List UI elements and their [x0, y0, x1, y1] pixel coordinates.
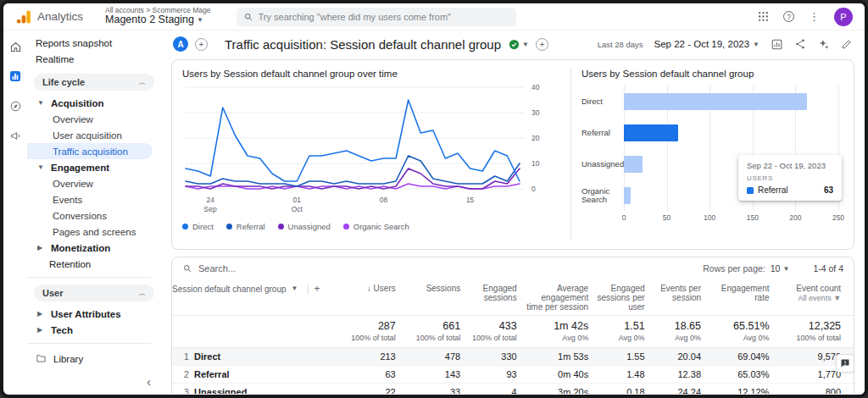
add-report-tab-button[interactable]: + [536, 38, 548, 51]
row-number: 2 [172, 369, 194, 379]
column-header-events-per-session[interactable]: Events per session [654, 279, 709, 316]
column-header-average-engagement-time-per-session[interactable]: Average engagement time per session [526, 279, 598, 316]
sidebar-item-conversions[interactable]: Conversions [27, 207, 161, 224]
sidebar-item-events[interactable]: Events [27, 191, 161, 207]
sidebar-item-tech[interactable]: ▶Tech [27, 322, 161, 338]
sidebar-item-realtime[interactable]: Realtime [27, 51, 161, 67]
dimension-header[interactable]: Session default channel group▼+ [172, 279, 342, 316]
column-label: ↓ Users [342, 284, 395, 293]
more-options-icon[interactable]: ⋮ [809, 10, 820, 23]
sidebar-item-engagement[interactable]: ▼Engagement [27, 159, 161, 175]
svg-text:Oct: Oct [292, 205, 303, 213]
bar-row-referral[interactable]: Referral [624, 117, 838, 148]
advertising-icon[interactable] [6, 126, 25, 145]
edit-icon[interactable] [841, 38, 853, 50]
analytics-logo-icon[interactable] [15, 8, 32, 25]
column-header-engaged-sessions[interactable]: Engaged sessions [469, 279, 525, 316]
column-metric-select[interactable]: All events ▼ [849, 295, 854, 303]
section-pill[interactable]: Life cycle︿ [34, 74, 154, 91]
axis-tick-label: 50 [663, 213, 670, 222]
legend-dot-icon [278, 224, 284, 229]
table-row-referral[interactable]: 2Referral63143930m 40s1.4812.3865.03%1,7… [172, 366, 854, 384]
report-status-dropdown[interactable]: ▼ [508, 38, 529, 51]
column-header-event-count[interactable]: Event countAll events ▼ [778, 279, 850, 316]
help-icon[interactable]: ? [783, 11, 794, 22]
explore-icon[interactable] [6, 97, 25, 115]
sidebar-item-monetization[interactable]: ▶Monetization [27, 240, 161, 256]
rows-per-page-select[interactable]: 10 ▼ [771, 263, 790, 274]
column-metric-select[interactable]: All events ▼ [778, 295, 842, 303]
line-chart-panel: Users by Session default channel group o… [172, 60, 570, 249]
column-header-conversions[interactable]: ConversionsAll events ▼ [849, 279, 854, 316]
sidebar-item-acquisition[interactable]: ▼Acquisition [27, 95, 161, 111]
legend-dot-icon [343, 224, 349, 229]
sidebar-item-overview[interactable]: Overview [27, 111, 161, 127]
add-dimension-button[interactable]: + [314, 284, 320, 295]
total-cell: 65.51%Avg 0% [709, 316, 778, 348]
add-comparison-button[interactable]: + [195, 38, 208, 51]
row-number: 1 [172, 351, 194, 362]
svg-text:08: 08 [380, 196, 388, 204]
legend-item-direct[interactable]: Direct [182, 222, 214, 231]
feedback-button[interactable] [836, 354, 854, 373]
column-header-engaged-sessions-per-user[interactable]: Engaged sessions per user [597, 279, 653, 316]
total-cell: 18.65Avg 0% [654, 316, 709, 348]
search-input[interactable] [259, 12, 509, 22]
insights-icon[interactable] [817, 38, 830, 51]
section-pill[interactable]: User︿ [34, 285, 154, 301]
table-row-unassigned[interactable]: 3Unassigned223343m 20s0.1824.2412.12%800 [172, 384, 854, 395]
comparison-chip[interactable]: A [173, 36, 188, 52]
bar-chart-panel: Users by Session default channel group D… [571, 60, 854, 249]
bar-row-direct[interactable]: Direct [624, 86, 838, 117]
tooltip-series: Referral [758, 185, 788, 195]
sidebar-item-library[interactable]: Library [27, 351, 161, 367]
column-header-engagement-rate[interactable]: Engagement rate [709, 279, 778, 316]
global-search[interactable] [236, 8, 516, 26]
date-range-selector[interactable]: Sep 22 - Oct 19, 2023 ▼ [654, 39, 760, 49]
bar-unassigned[interactable] [624, 156, 643, 173]
app-window: Analytics All accounts > Scommerce Mage … [0, 0, 868, 398]
collapse-nav-icon[interactable]: ‹ [147, 374, 151, 389]
column-label: Events per session [654, 284, 701, 302]
account-switcher[interactable]: All accounts > Scommerce Mage Magento 2 … [105, 7, 210, 26]
nav-item-label: Events [53, 195, 82, 205]
table-row-direct[interactable]: 1Direct2134783301m 53s1.5520.0469.04%9,5… [172, 348, 854, 366]
sidebar-item-overview[interactable]: Overview [27, 175, 161, 191]
library-icon [36, 353, 47, 364]
nav-item-label: Acquisition [51, 98, 104, 108]
avatar[interactable]: P [834, 8, 853, 26]
sidebar-item-traffic-acquisition[interactable]: Traffic acquisition [27, 143, 153, 159]
legend-label: Organic Search [353, 222, 409, 231]
bar-direct[interactable] [624, 93, 807, 110]
column-label: Engaged sessions [469, 284, 516, 302]
sidebar-item-user-acquisition[interactable]: User acquisition [27, 127, 161, 143]
table-search-input[interactable] [198, 263, 351, 274]
nav-item-label: User Attributes [51, 309, 121, 319]
axis-tick-label: 100 [704, 213, 715, 222]
sidebar-section-life-cycle[interactable]: Life cycle︿ [34, 74, 154, 91]
column-header-users[interactable]: ↓ Users [342, 279, 403, 316]
sidebar-item-reports-snapshot[interactable]: Reports snapshot [27, 35, 161, 51]
sidebar-item-retention[interactable]: Retention [27, 256, 161, 272]
table-search[interactable] [182, 263, 703, 274]
nav-list: Reports snapshotRealtimeLife cycle︿▼Acqu… [27, 35, 161, 367]
customize-report-icon[interactable] [771, 38, 783, 51]
nav-divider [27, 343, 151, 344]
column-header-sessions[interactable]: Sessions [404, 279, 469, 316]
share-icon[interactable] [794, 38, 806, 50]
reports-icon[interactable] [6, 67, 25, 86]
bar-referral[interactable] [624, 124, 678, 141]
metric-cell: 143 [404, 366, 469, 384]
sidebar-section-user[interactable]: User︿ [34, 285, 154, 301]
metric-cell: 213 [342, 348, 403, 366]
apps-grid-icon[interactable] [758, 11, 769, 22]
legend-item-referral[interactable]: Referral [226, 222, 265, 231]
sidebar-item-user-attributes[interactable]: ▶User Attributes [27, 306, 161, 322]
home-icon[interactable] [6, 37, 25, 56]
tooltip-date: Sep 22 - Oct 19, 2023 [747, 161, 833, 170]
legend-label: Direct [192, 222, 214, 231]
legend-item-organic-search[interactable]: Organic Search [343, 222, 409, 231]
legend-item-unassigned[interactable]: Unassigned [278, 222, 331, 231]
sidebar-item-pages-and-screens[interactable]: Pages and screens [27, 224, 161, 240]
bar-organic-search[interactable] [624, 187, 631, 204]
